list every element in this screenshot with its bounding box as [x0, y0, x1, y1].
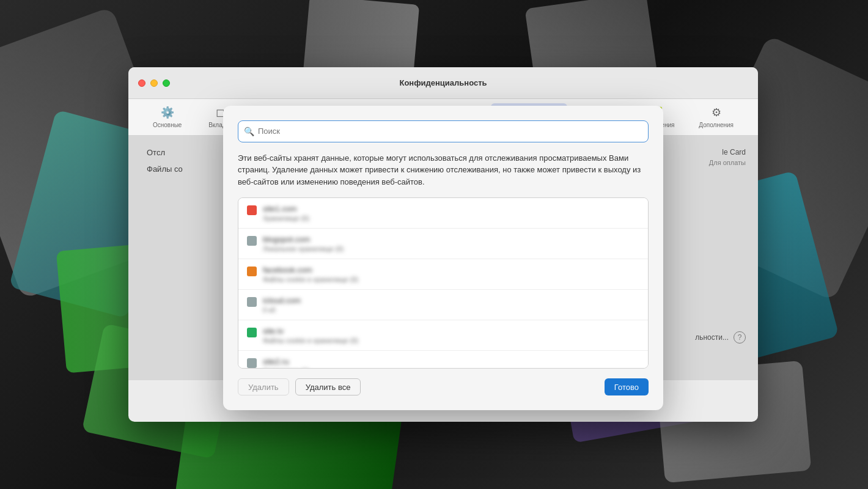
website-item[interactable]: site1.comХранилище (0) — [238, 198, 648, 229]
footer-left-buttons: Удалить Удалить все — [238, 378, 361, 395]
site-name: site2.ru — [263, 357, 639, 366]
advanced-icon: ⚙ — [712, 106, 721, 119]
safari-window: Конфиденциальность ⚙️ Основные ◻ Вкладки… — [128, 67, 758, 422]
site-info: site1.comХранилище (0) — [263, 204, 639, 222]
website-data-modal: 🔍 Эти веб-сайты хранят данные, которые м… — [223, 106, 663, 411]
site-name: site1.com — [263, 204, 639, 213]
maximize-button[interactable] — [163, 79, 170, 87]
site-name: blogspot.com — [263, 235, 639, 244]
site-info: facebook.comФайлы cookie и хранилище (0) — [263, 265, 639, 283]
window-title: Конфиденциальность — [399, 78, 487, 87]
site-info: site2.ruХранилище (0) — [263, 357, 639, 369]
tab-advanced[interactable]: ⚙ Дополнения — [691, 103, 741, 131]
website-item[interactable]: site.tvФайлы cookie и хранилище (0) — [238, 320, 648, 351]
search-input-icon: 🔍 — [244, 127, 254, 136]
delete-all-button[interactable]: Удалить все — [295, 378, 361, 395]
modal-search-section: 🔍 — [238, 120, 649, 142]
site-detail: Хранилище (0) — [263, 367, 639, 369]
site-info: site.tvФайлы cookie и хранилище (0) — [263, 326, 639, 344]
website-item[interactable]: blogspot.comЛокальное хранилище (0) — [238, 229, 648, 259]
site-name: site.tv — [263, 326, 639, 336]
minimize-button[interactable] — [150, 79, 158, 87]
site-detail: 0 кб — [263, 306, 639, 314]
site-name: facebook.com — [263, 265, 639, 274]
done-button[interactable]: Готово — [605, 378, 649, 395]
window-titlebar: Конфиденциальность — [128, 67, 758, 99]
search-wrapper: 🔍 — [238, 120, 649, 142]
site-favicon — [247, 236, 257, 246]
site-favicon — [247, 205, 257, 215]
website-item[interactable]: site2.ruХранилище (0) — [238, 351, 648, 369]
site-favicon — [247, 358, 257, 368]
site-detail: Хранилище (0) — [263, 215, 639, 222]
site-favicon — [247, 297, 257, 307]
site-info: blogspot.comЛокальное хранилище (0) — [263, 235, 639, 252]
site-detail: Файлы cookie и хранилище (0) — [263, 337, 639, 344]
site-favicon — [247, 328, 257, 337]
site-name: icloud.com — [263, 296, 639, 305]
traffic-lights — [138, 79, 170, 87]
site-detail: Локальное хранилище (0) — [263, 245, 639, 252]
advanced-label: Дополнения — [699, 122, 734, 128]
website-list[interactable]: site1.comХранилище (0)blogspot.comЛокаль… — [238, 197, 649, 369]
website-item[interactable]: icloud.com0 кб — [238, 290, 648, 320]
site-detail: Файлы cookie и хранилище (0) — [263, 276, 639, 283]
main-content: Отсл Файлы со le Card Для оплаты льности… — [128, 136, 758, 380]
general-icon: ⚙️ — [161, 106, 174, 119]
search-input[interactable] — [238, 120, 649, 142]
modal-footer: Удалить Удалить все Готово — [238, 378, 649, 395]
site-favicon — [247, 267, 257, 276]
website-item[interactable]: facebook.comФайлы cookie и хранилище (0) — [238, 259, 648, 290]
tab-general[interactable]: ⚙️ Основные — [145, 103, 189, 131]
close-button[interactable] — [138, 79, 145, 87]
general-label: Основные — [153, 122, 182, 128]
modal-backdrop: 🔍 Эти веб-сайты хранят данные, которые м… — [128, 136, 758, 380]
site-info: icloud.com0 кб — [263, 296, 639, 314]
modal-description: Эти веб-сайты хранят данные, которые мог… — [238, 152, 649, 188]
delete-button[interactable]: Удалить — [238, 378, 289, 395]
